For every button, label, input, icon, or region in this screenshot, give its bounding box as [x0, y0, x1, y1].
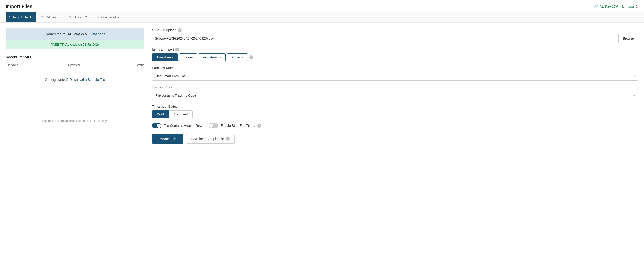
tracking-select-wrapper: File contains Tracking Code No Tracking … [152, 91, 638, 100]
download-sample-link[interactable]: Download a Sample File [70, 78, 105, 82]
earnings-rate-group: Earnings Rate Use Smart Formulas Standar… [152, 66, 638, 81]
projects-button[interactable]: Projects [227, 53, 248, 61]
items-import-group: Items to Import ? Timesheets Leave Adjus… [152, 48, 638, 61]
step-validate-label: 2 : Validate [42, 16, 56, 19]
status-buttons: Draft Approved [152, 110, 638, 118]
page-title: Import Files [6, 4, 32, 9]
header-right: 🔗 AU Pay 27M | Manage ↻ [594, 4, 638, 9]
steps-bar: 1 : Import File ⬇ › 2 : Validate ≡ › 3 :… [0, 12, 644, 23]
connected-brand: AU Pay 27M [68, 32, 88, 36]
items-buttons: Timesheets Leave Adjustments Projects ? [152, 53, 638, 61]
items-help-icon[interactable]: ? [175, 48, 179, 51]
pipe-separator: | [620, 5, 621, 9]
items-type-help-icon[interactable]: ? [249, 55, 253, 59]
download-help-icon[interactable]: ? [226, 137, 230, 141]
toggle-row: File Contains Header Row Enable Start/En… [152, 123, 638, 128]
browse-button[interactable]: Browse [618, 34, 638, 43]
brand-icon: 🔗 [594, 5, 598, 9]
action-row: Import File Download Sample File ? [152, 134, 638, 144]
earnings-select[interactable]: Use Smart Formulas Standard Custom [152, 72, 638, 81]
step-upload-label: 3 : Upload [70, 16, 83, 19]
timesheets-button[interactable]: Timesheets [152, 53, 178, 61]
tracking-code-group: Tracking Code File contains Tracking Cod… [152, 85, 638, 100]
trial-banner: FREE TRIAL ends on 23 Jul 2024 [6, 40, 144, 49]
start-end-label: Enable Start/End Times [220, 124, 255, 127]
earnings-label: Earnings Rate [152, 66, 173, 70]
file-input[interactable] [152, 34, 618, 43]
timesheet-status-label: Timesheet Status [152, 105, 177, 108]
header-row-toggle[interactable] [152, 123, 161, 128]
step-upload[interactable]: 3 : Upload ⬆ [66, 12, 92, 22]
step-completed-icon: ✓ [117, 16, 120, 19]
step-upload-icon: ⬆ [85, 16, 87, 19]
connected-pipe: | [90, 32, 90, 36]
tracking-select[interactable]: File contains Tracking Code No Tracking … [152, 91, 638, 100]
csv-help-icon[interactable]: ? [178, 28, 182, 32]
col-updated-header: Updated [53, 63, 95, 67]
start-end-toggle[interactable] [209, 123, 218, 128]
items-label: Items to Import [152, 48, 174, 51]
file-input-row: Browse [152, 34, 638, 43]
step-import-icon: ⬇ [29, 16, 32, 19]
earnings-select-wrapper: Use Smart Formulas Standard Custom ▾ [152, 72, 638, 81]
left-panel: Connected to: AU Pay 27M | Manage FREE T… [6, 28, 144, 144]
csv-label: CSV File Upload [152, 28, 176, 32]
start-end-knob [209, 123, 213, 128]
import-file-button[interactable]: Import File [152, 134, 183, 144]
step-arrow-2: › [64, 15, 66, 20]
deleted-note: Imported files are automatically deleted… [6, 91, 144, 122]
step-validate[interactable]: 2 : Validate ≡ [38, 12, 64, 22]
right-panel: CSV File Upload ? Browse Items to Import… [152, 28, 638, 144]
download-sample-button[interactable]: Download Sample File ? [186, 134, 234, 144]
refresh-icon[interactable]: ↻ [635, 4, 638, 9]
recent-imports-title: Recent Imports [6, 55, 144, 59]
col-status-header: Status [95, 63, 144, 67]
draft-button[interactable]: Draft [152, 110, 169, 118]
empty-state: Getting started? Download a Sample File [6, 68, 144, 91]
start-end-help-icon[interactable]: ? [257, 124, 261, 127]
brand-name: AU Pay 27M [600, 5, 618, 9]
step-import-label: 1 : Import File [9, 16, 28, 19]
table-header: Filename Updated Status [6, 62, 144, 68]
download-label: Download Sample File [191, 137, 224, 141]
tracking-label: Tracking Code [152, 85, 173, 89]
header-row-knob [157, 123, 161, 128]
step-arrow-3: › [92, 15, 93, 20]
header-row-label: File Contains Header Row [164, 124, 202, 127]
csv-upload-group: CSV File Upload ? Browse [152, 28, 638, 43]
step-completed-label: 4 : Completed [97, 16, 116, 19]
adjustments-button[interactable]: Adjustments [198, 53, 226, 61]
approved-button[interactable]: Approved [169, 110, 193, 118]
connected-prefix: Connected to: [44, 32, 68, 36]
connected-manage-link[interactable]: Manage [92, 32, 106, 36]
connected-banner: Connected to: AU Pay 27M | Manage [6, 28, 144, 40]
start-end-toggle-item: Enable Start/End Times ? [209, 123, 261, 128]
step-import[interactable]: 1 : Import File ⬇ [6, 12, 36, 22]
manage-link[interactable]: Manage [622, 5, 634, 9]
leave-button[interactable]: Leave [179, 53, 197, 61]
header-row-toggle-item: File Contains Header Row [152, 123, 202, 128]
col-filename-header: Filename [6, 63, 53, 67]
empty-prefix: Getting started? [45, 78, 68, 82]
step-arrow-1: › [36, 15, 38, 20]
timesheet-status-group: Timesheet Status Draft Approved [152, 105, 638, 118]
step-completed[interactable]: 4 : Completed ✓ [94, 12, 124, 22]
step-validate-icon: ≡ [58, 16, 60, 19]
